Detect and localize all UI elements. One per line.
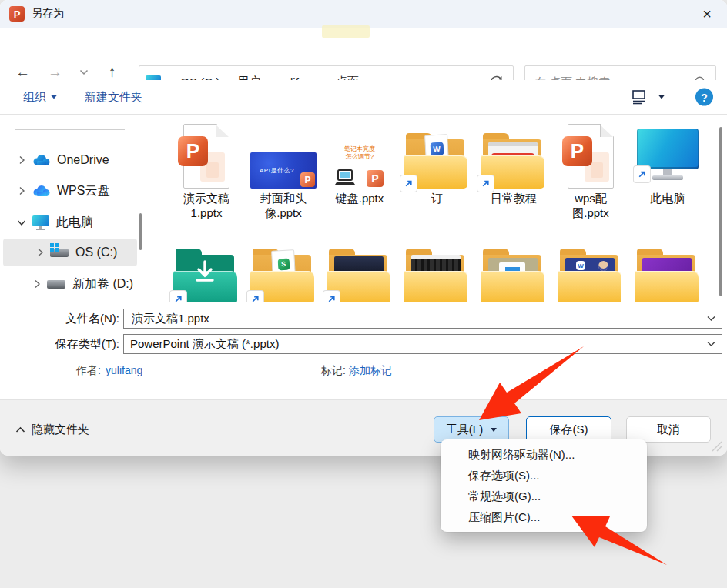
menu-item-save-options[interactable]: 保存选项(S)... <box>441 465 647 486</box>
sidebar-item-label: WPS云盘 <box>57 183 109 199</box>
filename-input[interactable] <box>130 312 702 326</box>
sidebar-item-label: OneDrive <box>57 153 109 167</box>
sidebar-item-os-c[interactable]: OS (C:) <box>3 239 137 266</box>
view-mode-dropdown-chevron-icon[interactable] <box>654 95 669 100</box>
file-list-scrollbar[interactable] <box>719 127 722 296</box>
shortcut-arrow-icon <box>477 175 494 192</box>
powerpoint-thumbnail-blue-icon: API是什么? P <box>250 152 317 189</box>
filetype-dropdown-chevron-icon[interactable] <box>707 342 715 347</box>
tags-label: 标记: <box>321 364 346 378</box>
file-item-presentation1[interactable]: P 演示文稿1.pptx <box>169 122 243 220</box>
author-label: 作者: <box>76 364 101 378</box>
shortcut-arrow-icon <box>634 166 650 182</box>
file-item-wps-images[interactable]: P wps配图.pptx <box>554 122 628 220</box>
file-item-word-avatar-folder[interactable]: W <box>554 238 628 302</box>
wps-cloud-icon <box>32 185 50 197</box>
shortcut-arrow-icon <box>170 291 186 302</box>
navigation-bar: ← → ↑ « OS (C:) › 用户 › yulifang › 桌面 <box>0 28 727 80</box>
folder-keyboard-photo-icon <box>404 249 470 302</box>
file-item-download-folder[interactable] <box>169 238 243 302</box>
resize-grip[interactable] <box>712 441 722 452</box>
powerpoint-thumbnail-laptop-icon: 笔记本亮度 怎么调节? P <box>333 145 387 189</box>
file-item-cover-avatar[interactable]: API是什么? P 封面和头像.pptx <box>246 122 320 220</box>
title-bar: P 另存为 × <box>0 0 727 28</box>
window-title: 另存为 <box>32 7 64 21</box>
file-item-dark-photo-folder[interactable] <box>323 238 397 302</box>
organize-button[interactable]: 组织 <box>18 89 62 105</box>
folder-word-avatar-photo-icon: W <box>558 249 624 302</box>
chevron-up-icon <box>15 426 25 433</box>
monitor-icon <box>32 215 49 230</box>
menu-item-general-options[interactable]: 常规选项(G)... <box>441 486 647 506</box>
sidebar-item-label: 新加卷 (D:) <box>72 276 133 292</box>
sidebar-item-this-pc[interactable]: 此电脑 <box>0 209 140 236</box>
main-area: OneDrive WPS云盘 <box>0 115 727 302</box>
tooltip-remnant <box>322 25 370 38</box>
sidebar-item-wps-cloud[interactable]: WPS云盘 <box>0 177 140 205</box>
file-item-label: wps配图.pptx <box>563 191 618 220</box>
file-item-label: 封面和头像.pptx <box>258 191 309 220</box>
chevron-down-icon[interactable] <box>17 219 26 226</box>
sidebar-item-onedrive[interactable]: OneDrive <box>0 146 140 174</box>
file-item-purple-photo-folder[interactable] <box>631 238 705 302</box>
onedrive-cloud-icon <box>32 154 50 166</box>
file-item-label: 此电脑 <box>636 191 699 205</box>
add-tag-link[interactable]: 添加标记 <box>349 364 392 378</box>
chevron-right-icon[interactable] <box>37 248 44 257</box>
folder-slide-photo-icon <box>481 249 547 302</box>
file-item-daily-tutorial[interactable]: 日常教程 <box>477 122 551 205</box>
back-icon[interactable]: ← <box>14 63 32 81</box>
powerpoint-app-icon: P <box>9 6 25 22</box>
sidebar-item-label: OS (C:) <box>75 246 117 259</box>
shortcut-arrow-icon <box>400 175 417 192</box>
cancel-button[interactable]: 取消 <box>626 416 711 443</box>
filetype-select[interactable]: PowerPoint 演示文稿 (*.pptx) <box>123 334 722 354</box>
new-folder-button[interactable]: 新建文件夹 <box>80 89 147 105</box>
file-list: P 演示文稿1.pptx API是什么? P 封面和头像.pptx <box>143 115 727 302</box>
laptop-icon <box>334 169 356 187</box>
folder-purple-photo-icon <box>635 249 701 302</box>
filename-combo <box>123 309 722 329</box>
file-item-slide-photo-folder[interactable] <box>477 238 551 302</box>
tools-button[interactable]: 工具(L) <box>434 416 509 443</box>
sidebar-scrollbar[interactable] <box>139 213 142 250</box>
file-item-label: 演示文稿1.pptx <box>179 191 233 220</box>
chevron-down-icon <box>491 428 497 432</box>
chevron-right-icon[interactable] <box>18 155 25 165</box>
save-button[interactable]: 保存(S) <box>526 416 611 443</box>
author-value-link[interactable]: yulifang <box>106 364 142 376</box>
sidebar-item-new-volume-d[interactable]: 新加卷 (D:) <box>0 270 140 298</box>
file-fields: 文件名(N): 保存类型(T): PowerPoint 演示文稿 (*.pptx… <box>0 302 727 399</box>
forward-icon[interactable]: → <box>46 63 64 81</box>
save-as-dialog: P 另存为 × ← → ↑ « OS (C:) › 用户 › yulifang … <box>0 0 727 456</box>
view-mode-button[interactable] <box>627 89 652 105</box>
chevron-down-icon <box>51 95 57 99</box>
ppt-badge-icon: P <box>300 172 315 187</box>
os-drive-icon <box>50 249 69 257</box>
file-item-this-pc[interactable]: 此电脑 <box>631 122 705 205</box>
chevron-right-icon[interactable] <box>34 279 41 289</box>
file-item-keyboard-photo-folder[interactable] <box>400 238 474 302</box>
powerpoint-document-icon: P <box>183 124 229 189</box>
menu-item-map-network-drive[interactable]: 映射网络驱动器(N)... <box>441 444 647 465</box>
drive-icon <box>47 280 65 289</box>
file-item-label: 日常教程 <box>482 191 545 205</box>
menu-item-compress-pictures[interactable]: 压缩图片(C)... <box>441 506 647 527</box>
close-icon[interactable]: × <box>696 5 718 23</box>
chevron-right-icon[interactable] <box>18 186 25 195</box>
filetype-label: 保存类型(T): <box>4 337 119 352</box>
filename-dropdown-chevron-icon[interactable] <box>707 316 715 322</box>
hide-folders-button[interactable]: 隐藏文件夹 <box>11 416 94 443</box>
file-item-sheet-folder[interactable]: S <box>246 238 320 302</box>
sidebar-item-label: 此电脑 <box>56 215 93 231</box>
help-icon[interactable]: ? <box>695 89 713 106</box>
recent-locations-chevron-icon[interactable] <box>78 68 90 77</box>
file-item-keyboard[interactable]: 笔记本亮度 怎么调节? P 键盘.pptx <box>323 122 397 205</box>
ppt-badge-icon: P <box>367 170 384 187</box>
file-item-label: 键盘.pptx <box>328 191 391 205</box>
file-item-ding[interactable]: W 订 <box>400 122 474 205</box>
folder-spreadsheet-shortcut-icon: S <box>250 249 317 302</box>
up-icon[interactable]: ↑ <box>107 63 118 81</box>
shortcut-arrow-icon <box>323 291 340 302</box>
download-folder-shortcut-icon <box>173 249 240 302</box>
